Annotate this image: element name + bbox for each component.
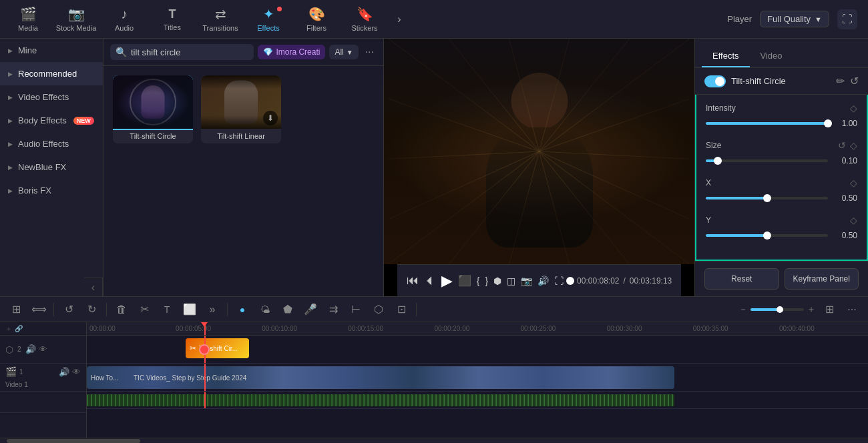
more-button[interactable]: ··· <box>363 46 377 58</box>
video-clip[interactable]: How To... TIC Videos_ Step by Step Guide… <box>87 366 674 389</box>
search-input[interactable] <box>131 47 248 57</box>
snap-button[interactable]: ⊞ <box>7 300 25 319</box>
split-button[interactable]: ⊢ <box>347 300 365 319</box>
effects-panel: 🔍 💎 Imora Creati All ▼ ··· Tilt-shift Ci <box>103 39 384 296</box>
undo-button[interactable]: ↺ <box>59 300 78 319</box>
tab-video[interactable]: Video <box>750 45 793 67</box>
zoom-slider[interactable] <box>750 308 804 311</box>
forward-button[interactable]: » <box>203 300 222 319</box>
mic-button[interactable]: 🎤 <box>301 300 320 319</box>
sidebar-item-body-effects[interactable]: ▶ Body Effects NEW <box>0 109 103 132</box>
grid-view-button[interactable]: ⊞ <box>820 300 839 319</box>
track-audio-btn[interactable]: 🔊 <box>59 367 69 377</box>
ai-button[interactable]: ⬡ <box>369 300 388 319</box>
diamond-icon[interactable]: ◇ <box>850 215 857 226</box>
keyframe-panel-button[interactable]: Keyframe Panel <box>785 268 859 290</box>
extra-btn-2[interactable]: ◫ <box>507 276 515 286</box>
filter-all-dropdown[interactable]: All ▼ <box>329 45 358 59</box>
toolbar-transitions[interactable]: ⇄ Transitions <box>198 3 243 36</box>
reset-icon[interactable]: ↺ <box>838 140 846 151</box>
sidebar-item-mine[interactable]: ▶ Mine <box>0 39 103 62</box>
diamond-icon[interactable]: ◇ <box>850 177 857 188</box>
toolbar-filters[interactable]: 🎨 Filters <box>294 3 339 36</box>
sidebar-item-video-effects[interactable]: ▶ Video Effects <box>0 85 103 109</box>
left-sidebar: ▶ Mine ▶ Recommended ▶ Video Effects ▶ B… <box>0 39 103 296</box>
arrow-icon: ▶ <box>8 47 13 54</box>
speed-button[interactable]: ● <box>233 300 252 319</box>
mark-out-button[interactable]: } <box>485 276 488 286</box>
sidebar-collapse-button[interactable]: ‹ <box>84 278 103 296</box>
ruler-mark: 00:00:05:00 <box>176 325 262 332</box>
cut-button[interactable]: ✂ <box>135 300 154 319</box>
size-slider[interactable] <box>706 159 828 162</box>
imora-badge[interactable]: 💎 Imora Creati <box>258 45 325 59</box>
track-eye-btn[interactable]: 👁 <box>72 367 81 377</box>
ruler-mark: 00:00:00 <box>89 325 176 332</box>
effect-clip[interactable]: ✂ Tilt-shift Cir... <box>186 338 249 358</box>
diamond-icon[interactable]: ◇ <box>850 140 857 151</box>
play-button[interactable]: ▶ <box>441 272 453 290</box>
toolbar-effects[interactable]: ✦ Effects <box>246 3 291 36</box>
frame-back-button[interactable]: ⏴ <box>424 274 436 288</box>
zoom-in-icon[interactable]: ＋ <box>807 304 816 316</box>
refresh-icon[interactable]: ↺ <box>850 75 859 87</box>
screenshot-button[interactable]: 📷 <box>521 276 532 286</box>
y-slider[interactable] <box>706 234 828 237</box>
scrollbar-thumb[interactable] <box>7 439 140 443</box>
toolbar-media[interactable]: 🎬 Media <box>5 3 51 36</box>
intensity-slider[interactable] <box>706 122 828 125</box>
overlay-button[interactable]: ⊡ <box>392 300 411 319</box>
toolbar-more-button[interactable]: › <box>390 10 409 29</box>
diamond-icon[interactable]: ◇ <box>850 103 857 113</box>
track-label-spacer: ＋ 🔗 <box>0 322 86 336</box>
x-slider[interactable] <box>706 197 828 199</box>
more-options-button[interactable]: ··· <box>843 300 861 319</box>
crop-button[interactable]: ⬜ <box>180 300 199 319</box>
effect-card-tiltshift-linear[interactable]: ⬇ Tilt-shift Linear <box>201 75 281 143</box>
tab-effects[interactable]: Effects <box>702 45 750 67</box>
download-icon[interactable]: ⬇ <box>263 111 278 125</box>
timeline-scrollbar[interactable] <box>0 438 868 443</box>
imora-icon: 💎 <box>263 47 273 57</box>
track-eye-btn[interactable]: 👁 <box>39 344 47 354</box>
fullscreen-button[interactable]: ⛶ <box>554 276 564 286</box>
media-icon: 🎬 <box>20 6 37 22</box>
param-label: Size <box>706 141 721 150</box>
reset-button[interactable]: Reset <box>704 268 779 290</box>
slider-fill <box>706 197 767 199</box>
add-track-icon[interactable]: ＋ <box>5 324 12 334</box>
effects-icon: ✦ <box>263 6 274 22</box>
extra-btn-1[interactable]: ⬢ <box>493 276 501 286</box>
effect-toggle[interactable] <box>704 75 726 87</box>
track-1-icon: 🎬 <box>5 366 17 377</box>
ripple-button[interactable]: ⟺ <box>29 300 48 319</box>
track-label-1: 🎬 1 🔊 👁 Video 1 <box>0 364 86 392</box>
zoom-out-icon[interactable]: － <box>738 304 748 316</box>
sidebar-item-newblue[interactable]: ▶ NewBlue FX <box>0 155 103 179</box>
edit-icon[interactable]: ✏ <box>836 75 845 87</box>
redo-button[interactable]: ↻ <box>82 300 101 319</box>
mark-in-button[interactable]: { <box>477 276 480 286</box>
delete-button[interactable]: 🗑 <box>112 300 131 319</box>
audio-button[interactable]: 🔊 <box>537 276 549 286</box>
toolbar-stock-media[interactable]: 📷 Stock Media <box>53 3 99 36</box>
sidebar-item-boris[interactable]: ▶ Boris FX <box>0 179 103 202</box>
sidebar-item-recommended[interactable]: ▶ Recommended <box>0 62 103 85</box>
effect-card-tiltshift-circle[interactable]: Tilt-shift Circle <box>113 75 193 143</box>
toolbar-audio[interactable]: ♪ Audio <box>101 3 147 36</box>
quality-select[interactable]: Full Quality ▼ <box>760 11 829 27</box>
fullscreen-button[interactable]: ⛶ <box>837 9 857 29</box>
audio-sync-button[interactable]: ⇉ <box>324 300 343 319</box>
sidebar-item-audio-effects[interactable]: ▶ Audio Effects <box>0 132 103 155</box>
quality-label: Full Quality <box>767 14 811 24</box>
toolbar-titles[interactable]: T Titles <box>150 3 195 36</box>
ruler-mark: 00:00:20:00 <box>434 325 520 332</box>
track-audio-btn[interactable]: 🔊 <box>25 344 36 354</box>
mask-button[interactable]: ⬟ <box>278 300 297 319</box>
text-button[interactable]: T <box>158 300 176 319</box>
frame-forward-button[interactable]: ⬛ <box>458 274 471 287</box>
toolbar-stickers[interactable]: 🔖 Stickers <box>342 3 387 36</box>
color-button[interactable]: 🌤 <box>256 300 274 319</box>
link-icon[interactable]: 🔗 <box>15 325 23 332</box>
skip-back-button[interactable]: ⏮ <box>407 274 419 288</box>
